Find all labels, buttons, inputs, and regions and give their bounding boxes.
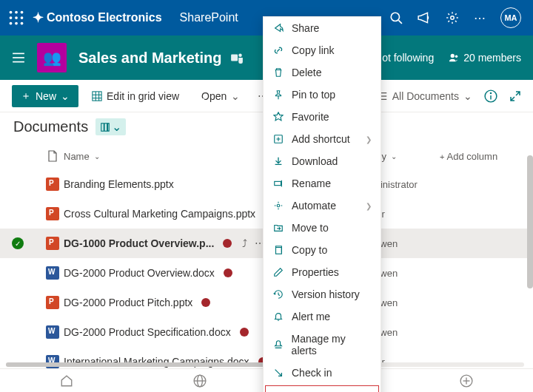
file-name[interactable]: DG-2000 Product Specification.docx — [64, 326, 231, 338]
download-icon — [272, 156, 284, 166]
menu-share[interactable]: Share — [264, 17, 381, 39]
menu-props[interactable]: Properties — [264, 261, 381, 283]
checked-out-icon — [240, 328, 249, 337]
menu-label: Copy link — [292, 44, 335, 56]
selected-check-icon[interactable]: ✓ — [12, 237, 24, 249]
svg-rect-32 — [108, 123, 110, 131]
avatar[interactable]: MA — [500, 7, 521, 28]
chevron-right-icon: ❯ — [366, 135, 372, 143]
library-title: Documents — [13, 118, 88, 135]
menu-discard[interactable]: Discard check out — [265, 385, 379, 392]
menu-history[interactable]: Version history — [264, 283, 381, 305]
svg-point-0 — [10, 11, 13, 14]
menu-alerts[interactable]: Manage my alerts — [264, 328, 381, 362]
globe-icon[interactable] — [193, 374, 207, 388]
info-icon[interactable] — [484, 89, 497, 103]
history-icon — [272, 289, 284, 300]
people-icon — [449, 53, 459, 63]
menu-label: Version history — [292, 288, 360, 300]
menu-flow[interactable]: Automate❯ — [264, 195, 381, 217]
chevron-down-icon: ⌄ — [391, 152, 397, 160]
edit-grid-button[interactable]: Edit in grid view — [87, 87, 184, 105]
menu-label: Rename — [292, 178, 331, 189]
megaphone-icon[interactable] — [418, 11, 431, 24]
new-button[interactable]: ＋ New ⌄ — [12, 85, 78, 107]
share-icon[interactable]: ⤴ — [242, 237, 247, 249]
chevron-down-icon: ⌄ — [94, 152, 100, 160]
file-name[interactable]: DG-2000 Product Pitch.pptx — [64, 297, 192, 308]
menu-label: Add shortcut — [292, 133, 350, 145]
open-button[interactable]: Open ⌄ — [192, 87, 244, 105]
svg-rect-34 — [275, 181, 281, 185]
menu-link[interactable]: Copy link — [264, 39, 381, 61]
menu-rename[interactable]: Rename — [264, 172, 381, 195]
file-type-column-icon[interactable] — [41, 150, 64, 162]
file-name[interactable]: DG-2000 Product Overview.docx — [64, 267, 215, 279]
bell-icon — [272, 311, 284, 322]
rename-icon — [272, 178, 284, 189]
context-menu: ShareCopy linkDeletePin to topFavoriteAd… — [263, 16, 381, 392]
menu-label: Copy to — [292, 244, 327, 256]
site-logo[interactable]: 👥 — [37, 43, 67, 72]
app-name[interactable]: SharePoint — [180, 11, 238, 24]
svg-point-35 — [277, 204, 280, 207]
nav-toggle-icon[interactable] — [12, 51, 25, 64]
home-icon[interactable] — [60, 374, 73, 388]
word-icon — [46, 266, 59, 280]
settings-icon[interactable] — [446, 11, 459, 24]
members-button[interactable]: 20 members — [449, 52, 521, 64]
chevron-right-icon: ❯ — [366, 202, 372, 210]
svg-point-1 — [15, 11, 18, 14]
menu-copy[interactable]: Copy to — [264, 239, 381, 261]
grid-icon — [92, 91, 102, 101]
menu-bell[interactable]: Alert me — [264, 305, 381, 328]
svg-point-18 — [455, 55, 458, 58]
add-icon[interactable] — [460, 374, 473, 388]
svg-point-17 — [451, 54, 455, 58]
svg-point-6 — [10, 22, 13, 25]
move-icon — [272, 223, 284, 233]
menu-label: Manage my alerts — [292, 333, 372, 356]
chevron-down-icon: ⌄ — [112, 120, 121, 134]
org-brand[interactable]: ✦ Contoso Electronics — [33, 10, 162, 26]
menu-label: Move to — [292, 222, 329, 234]
org-logo-icon: ✦ — [33, 10, 44, 26]
svg-rect-15 — [232, 55, 238, 61]
menu-label: Delete — [292, 67, 321, 78]
svg-point-3 — [10, 16, 13, 19]
checked-out-icon — [224, 268, 232, 277]
teams-icon[interactable] — [230, 51, 244, 64]
menu-label: Share — [292, 22, 319, 34]
add-column-button[interactable]: + Add column — [440, 151, 521, 162]
checked-out-icon — [223, 239, 232, 248]
expand-icon[interactable] — [509, 90, 521, 102]
view-format-button[interactable]: ⌄ — [95, 118, 126, 135]
checkin-icon — [272, 368, 284, 378]
svg-point-16 — [239, 53, 243, 57]
menu-star[interactable]: Favorite — [264, 106, 381, 128]
svg-point-2 — [21, 11, 24, 14]
menu-shortcut[interactable]: Add shortcut❯ — [264, 128, 381, 150]
menu-label: Check in — [292, 367, 332, 379]
share-icon — [272, 23, 284, 33]
more-icon[interactable]: ⋯ — [474, 11, 486, 25]
menu-download[interactable]: Download — [264, 150, 381, 172]
copy-icon — [272, 245, 284, 255]
powerpoint-icon — [46, 296, 59, 309]
link-icon — [272, 45, 284, 55]
menu-move[interactable]: Move to — [264, 217, 381, 239]
flow-icon — [272, 200, 284, 211]
menu-trash[interactable]: Delete — [264, 61, 381, 84]
file-name[interactable]: Branding Elements.pptx — [64, 178, 174, 190]
file-name[interactable]: DG-1000 Product Overview.p... — [64, 237, 214, 249]
chevron-down-icon: ⌄ — [463, 90, 472, 102]
file-name[interactable]: Cross Cultural Marketing Campaigns.pptx — [64, 208, 255, 220]
view-selector[interactable]: All Documents ⌄ — [378, 90, 472, 102]
search-icon[interactable] — [389, 11, 403, 24]
menu-pin[interactable]: Pin to top — [264, 84, 381, 106]
vertical-scrollbar[interactable] — [527, 155, 533, 288]
app-launcher-icon[interactable] — [9, 10, 24, 25]
svg-rect-19 — [93, 91, 101, 100]
menu-checkin[interactable]: Check in — [264, 362, 381, 384]
org-name: Contoso Electronics — [47, 11, 162, 24]
